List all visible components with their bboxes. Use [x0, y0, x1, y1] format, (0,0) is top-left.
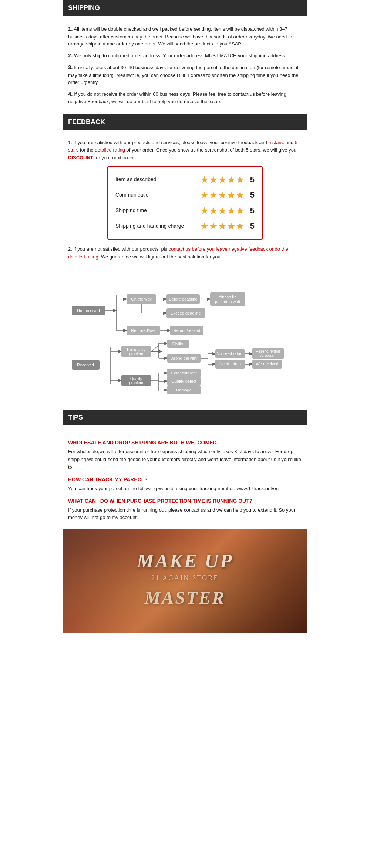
banner-line3: MASTER [145, 584, 226, 611]
we-received-label: We received [256, 362, 279, 366]
rating-num-3: 5 [247, 204, 255, 217]
damage-label: Damage [176, 388, 192, 392]
feedback-header: FEEDBACK [63, 114, 307, 130]
rating-stars-1: ★ ★ ★ ★ ★ [201, 173, 244, 186]
shipping-item-4: 4. If you do not receive the order withi… [68, 90, 302, 105]
shipping-text-3: It usually takes about 30–60 business da… [68, 65, 298, 85]
tip1-title: WHOLESALE AND DROP SHIPPING ARE BOTH WEL… [68, 439, 302, 447]
shipping-item-2: 2. We only ship to confirmed order addre… [68, 51, 302, 60]
tip2-title: HOW CAN TRACK MY PARECL? [68, 476, 302, 484]
exceed-deadline-label: Exceed deadline [171, 311, 201, 315]
rating-row-3: Shipping time ★ ★ ★ ★ ★ 5 [115, 204, 255, 217]
quality-defect-label: Quality defect [171, 379, 196, 383]
banner-line1: MAKE UP [137, 550, 233, 572]
please-wait-label: Please be [219, 294, 237, 299]
shipping-num-3: 3. [68, 64, 73, 70]
color-different-label: Color different [171, 371, 197, 375]
tip2-text: You can track your parcel on the followi… [68, 485, 302, 493]
resend-refund-label: /discount [260, 353, 275, 357]
tip3-text: If your purchase protection time is runn… [68, 506, 302, 522]
need-return-label: Need return [219, 362, 241, 366]
rating-label-3: Shipping time [115, 207, 201, 214]
tip1-text: For wholesale,we will offer discount or … [68, 448, 302, 471]
shipping-text-2: We only ship to confirmed order address.… [74, 53, 286, 58]
rating-num-2: 5 [247, 189, 255, 201]
svg-line-23 [151, 345, 159, 352]
rating-row-4: Shipping and handling charge ★ ★ ★ ★ ★ 5 [115, 220, 255, 233]
rating-num-1: 5 [247, 173, 255, 186]
rating-num-4: 5 [247, 220, 255, 232]
before-deadline-label: Before deadline [169, 297, 197, 301]
rating-stars-2: ★ ★ ★ ★ ★ [201, 189, 244, 202]
rating-stars-3: ★ ★ ★ ★ ★ [201, 204, 244, 217]
flowchart: Not received On the way Before deadline … [68, 266, 302, 401]
wrong-delivery-label: Wrong delivery [170, 356, 198, 360]
tips-header: TIPS [63, 410, 307, 425]
banner: MAKE UP 21 AGAIN STORE MASTER [63, 529, 307, 633]
shipping-header: SHIPPING [63, 0, 307, 16]
shipping-num-4: 4. [68, 91, 73, 97]
returned-lost-label: Returned/lost [131, 328, 155, 333]
feedback-para1: 1. If you are satisfied with our product… [68, 139, 302, 162]
flowchart-svg: Not received On the way Before deadline … [68, 266, 305, 399]
shipping-text-4: If you do not receive the order within 6… [68, 91, 286, 105]
received-label: Received [77, 363, 94, 367]
feedback-section: FEEDBACK 1. If you are satisfied with ou… [63, 114, 307, 410]
shipping-text-1: All items will be double checked and wel… [68, 26, 292, 47]
dislike-label: Dislike [172, 342, 184, 346]
rating-box: Item as described ★ ★ ★ ★ ★ 5 Communicat… [107, 166, 263, 240]
not-quality-problem-label: problem [129, 352, 143, 356]
not-received-label: Not received [77, 308, 100, 313]
rating-label-2: Communication [115, 191, 201, 199]
rating-label-4: Shipping and handling charge [115, 222, 201, 230]
feedback-para2: 2. If you are not satisfied with our por… [68, 245, 302, 261]
rating-row-2: Communication ★ ★ ★ ★ ★ 5 [115, 189, 255, 202]
banner-line2: 21 AGAIN STORE [151, 573, 219, 583]
tip3-title: WHAT CAN I DO WHEN PURCHASE PROTECTION T… [68, 497, 302, 505]
shipping-section: SHIPPING 1. All items will be double che… [63, 0, 307, 114]
no-need-return-label: No need return [216, 351, 243, 356]
tips-section: TIPS WHOLESALE AND DROP SHIPPING ARE BOT… [63, 410, 307, 529]
shipping-num-1: 1. [68, 26, 73, 32]
rating-stars-4: ★ ★ ★ ★ ★ [201, 220, 244, 233]
rating-label-1: Item as described [115, 176, 201, 183]
svg-text:Resend/refund: Resend/refund [256, 349, 280, 353]
rating-row-1: Item as described ★ ★ ★ ★ ★ 5 [115, 173, 255, 186]
quality-problem-label: problem [129, 380, 143, 385]
svg-text:patient to wait: patient to wait [215, 299, 240, 304]
shipping-item-3: 3. It usually takes about 30–60 business… [68, 63, 302, 86]
shipping-num-2: 2. [68, 52, 73, 58]
shipping-item-1: 1. All items will be double checked and … [68, 25, 302, 48]
on-the-way-label: On the way [131, 297, 152, 301]
refund-resend-label: Refund/resend [174, 328, 200, 333]
